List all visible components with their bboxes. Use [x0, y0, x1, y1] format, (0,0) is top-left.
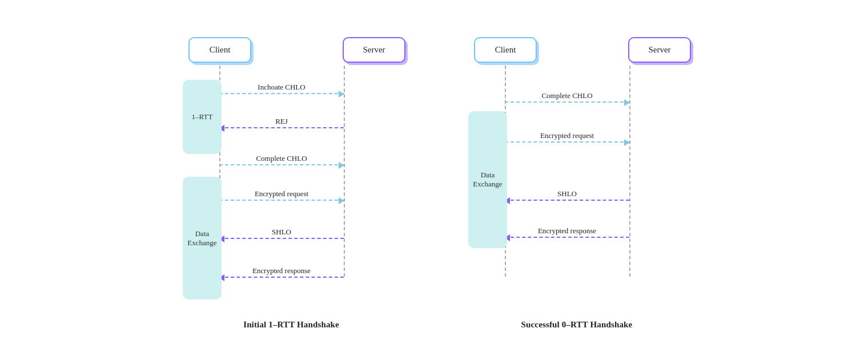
msg-enc-resp: Encrypted response [219, 277, 344, 278]
arrow-enc-req-2-line [505, 141, 629, 143]
arrow-enc-req-line [219, 200, 344, 201]
phase-data-exchange-2: DataExchange [468, 111, 507, 248]
label-shlo-2: SHLO [505, 189, 629, 198]
msg-enc-resp-2: Encrypted response [505, 237, 629, 238]
arrow-shlo-line [219, 238, 344, 239]
server-box-1: Server [343, 37, 405, 63]
client-box-1: Client [188, 37, 251, 63]
arrow-inchoate-chlo-line [219, 93, 344, 94]
label-enc-req-2: Encrypted request [505, 131, 629, 140]
diagram-1-title: Initial 1–RTT Handshake [243, 320, 339, 330]
msg-complete-chlo-2: Complete CHLO [505, 102, 629, 103]
msg-enc-req: Encrypted request [219, 200, 344, 201]
msg-inchoate-chlo: Inchoate CHLO [219, 93, 344, 94]
phase-1rtt: 1–RTT [183, 80, 222, 154]
server-lifeline-2 [629, 66, 630, 277]
diagram-2-title: Successful 0–RTT Handshake [521, 320, 633, 330]
arrow-complete-chlo-line [219, 164, 344, 165]
msg-rej: REJ [219, 127, 344, 128]
server-box-2: Server [628, 37, 691, 63]
msg-complete-chlo: Complete CHLO [219, 164, 344, 165]
diagrams-container: Client Server 1–RTT DataExchange Inchoat… [0, 14, 868, 347]
label-enc-req: Encrypted request [219, 189, 344, 198]
arrow-shlo-2-line [505, 200, 629, 201]
msg-shlo: SHLO [219, 238, 344, 239]
label-shlo: SHLO [219, 228, 344, 237]
arrow-rej-line [219, 127, 344, 128]
arrow-complete-chlo-2-line [505, 102, 629, 103]
client-box-2: Client [474, 37, 537, 63]
msg-shlo-2: SHLO [505, 200, 629, 201]
diagram-1: Client Server 1–RTT DataExchange Inchoat… [171, 31, 411, 330]
label-complete-chlo: Complete CHLO [219, 154, 344, 163]
label-rej: REJ [219, 117, 344, 126]
arrow-enc-resp-line [219, 277, 344, 278]
sequence-area-2: Client Server DataExchange Complete CHLO… [457, 31, 697, 311]
sequence-area-1: Client Server 1–RTT DataExchange Inchoat… [171, 31, 411, 311]
server-lifeline-1 [344, 66, 345, 277]
label-inchoate-chlo: Inchoate CHLO [219, 83, 344, 92]
phase-data-exchange-1: DataExchange [183, 177, 222, 299]
label-enc-resp-2: Encrypted response [505, 226, 629, 236]
msg-enc-req-2: Encrypted request [505, 141, 629, 143]
label-enc-resp: Encrypted response [219, 266, 344, 275]
label-complete-chlo-2: Complete CHLO [505, 91, 629, 100]
diagram-2: Client Server DataExchange Complete CHLO… [457, 31, 697, 330]
arrow-enc-resp-2-line [505, 237, 629, 238]
